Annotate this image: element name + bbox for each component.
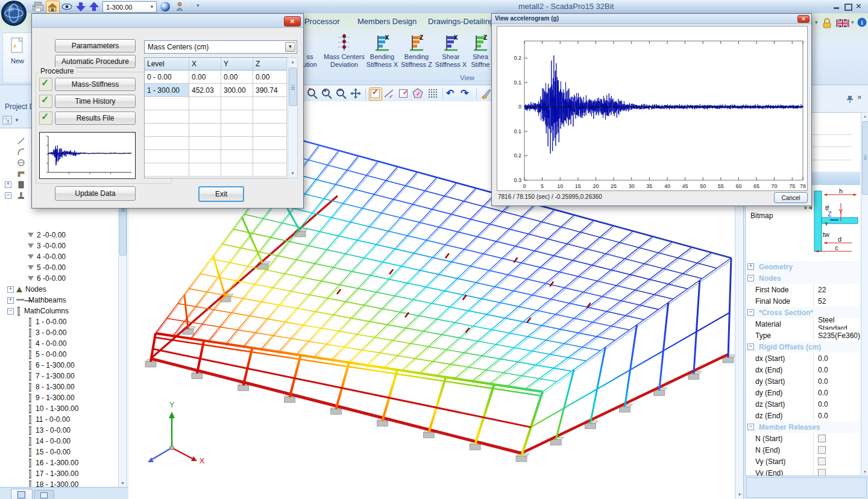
table-cell[interactable] xyxy=(253,150,287,163)
info-icon[interactable]: i xyxy=(857,17,867,29)
line-check-icon[interactable]: ✓ xyxy=(383,87,395,99)
tree-item[interactable]: 6 -0-0.00 xyxy=(0,273,127,284)
tree-item[interactable]: 11 - 0-0.00 xyxy=(0,414,127,425)
brush-icon[interactable] xyxy=(480,87,492,99)
tree-item[interactable]: 4 - 0-0.00 xyxy=(0,338,127,349)
restore-button[interactable] xyxy=(844,2,851,11)
tree-item[interactable]: −MathColumns xyxy=(0,306,127,316)
table-cell[interactable] xyxy=(145,110,189,124)
tree-item[interactable]: 2 -0-0.00 xyxy=(0,230,127,240)
user-figure-icon[interactable] xyxy=(175,2,184,11)
prop-row[interactable]: dx (Start)0.0 xyxy=(746,353,860,365)
ribbon-item-shear-stiffness-x[interactable]: XShearStiffness X xyxy=(433,33,468,74)
tree-item[interactable]: 17 - 1-300.00 xyxy=(0,468,127,479)
ribbon-item-bending-stiffness-z[interactable]: ZBendingStiffness Z xyxy=(399,33,434,74)
table-cell[interactable]: 0.00 xyxy=(189,71,221,84)
pan-icon[interactable] xyxy=(350,87,362,99)
tree-item[interactable]: 5 - 0-0.00 xyxy=(0,349,127,360)
exit-button[interactable]: Exit xyxy=(198,186,244,202)
table-cell[interactable]: 0.00 xyxy=(253,71,287,84)
select-check-icon[interactable]: ✓ xyxy=(369,87,382,101)
prop-row[interactable]: dz (Start)0.0 xyxy=(746,398,860,410)
tree-item[interactable]: 15 - 0-0.00 xyxy=(0,447,127,457)
tab-properties[interactable] xyxy=(34,490,54,499)
tree-item[interactable]: 3 -0-0.00 xyxy=(0,240,127,251)
qat-overflow-icon[interactable]: ▾ xyxy=(197,2,200,8)
tree-item[interactable]: 10 - 1-300.00 xyxy=(0,403,127,414)
ribbon-item-bending-stiffness-x[interactable]: XBendingStiffness X xyxy=(365,33,400,74)
table-cell[interactable] xyxy=(189,137,221,150)
accel-close-icon[interactable]: ✕ xyxy=(797,15,810,23)
dialog-titlebar[interactable] xyxy=(32,14,303,28)
tree-item[interactable]: 3 - 0-0.00 xyxy=(0,327,127,338)
table-cell[interactable] xyxy=(221,137,253,150)
release-checkbox[interactable] xyxy=(818,469,826,476)
render-sphere-icon[interactable] xyxy=(160,2,170,11)
prop-row[interactable]: dx (End)0.0 xyxy=(746,364,860,376)
table-cell[interactable] xyxy=(145,97,189,110)
undo-icon[interactable]: ↶ xyxy=(446,87,458,99)
table-cell[interactable] xyxy=(221,150,253,163)
table-cell[interactable] xyxy=(189,124,221,137)
tab-members-design[interactable]: Members Design xyxy=(357,17,417,26)
prop-group-geometry[interactable]: +Geometry xyxy=(746,261,860,273)
prop-row[interactable]: N (End) xyxy=(746,444,860,456)
table-cell[interactable] xyxy=(253,97,287,110)
release-checkbox[interactable] xyxy=(818,446,826,454)
table-sigma-icon[interactable]: Σ ▼ xyxy=(2,116,20,127)
zoom-extents-icon[interactable] xyxy=(306,87,318,99)
print-icon[interactable] xyxy=(33,1,43,12)
table-cell[interactable] xyxy=(221,124,253,137)
language-flag-icon[interactable] xyxy=(836,19,849,29)
chevron-down-icon[interactable]: ▾ xyxy=(815,19,818,25)
points-grid-icon[interactable] xyxy=(427,87,439,99)
result-type-combo[interactable]: Mass Centers (cm) ▼ xyxy=(144,40,297,54)
table-cell[interactable] xyxy=(253,163,287,177)
redo-icon[interactable]: ↷ xyxy=(461,87,473,99)
table-cell[interactable] xyxy=(221,97,253,110)
lock-icon[interactable] xyxy=(822,17,832,30)
prop-row[interactable]: dz (End)0.0 xyxy=(746,410,860,422)
minimize-button[interactable] xyxy=(833,2,840,11)
table-scrollbar[interactable]: ▲ ▼ xyxy=(288,57,298,178)
poly-check-icon[interactable]: ✓ xyxy=(412,87,424,99)
prop-row[interactable]: dy (Start)0.0 xyxy=(746,375,860,388)
prop-group-rigid-offsets-cm-[interactable]: −Rigid Offsets (cm) xyxy=(746,341,860,353)
close-button[interactable]: × xyxy=(856,2,864,11)
level-combo[interactable]: 1-300.00 ▼ xyxy=(102,1,157,13)
tree-item[interactable]: 7 - 1-300.00 xyxy=(0,371,127,381)
prop-group-member-releases[interactable]: −Member Releases xyxy=(746,421,860,433)
table-cell[interactable] xyxy=(189,110,221,124)
table-cell[interactable]: 0.00 xyxy=(221,71,253,84)
results-file-button[interactable]: Results File xyxy=(55,111,136,125)
release-checkbox[interactable] xyxy=(818,435,826,442)
automatic-procedure-button[interactable]: Automatic Procedure xyxy=(55,55,136,68)
table-cell[interactable]: 452.03 xyxy=(189,84,221,97)
time-history-button[interactable]: Time History xyxy=(55,95,136,108)
tree-item[interactable]: +Mathbeams xyxy=(0,295,127,306)
tree-item[interactable]: 9 - 1-300.00 xyxy=(0,392,127,403)
tree-item[interactable]: 4 -0-0.00 xyxy=(0,251,127,262)
app-menu-orb[interactable] xyxy=(1,0,27,27)
tree-item[interactable]: 1 - 0-0.00 xyxy=(0,316,127,327)
mass-stiffness-button[interactable]: Mass-Stiffness xyxy=(55,78,136,91)
chevron-down-icon[interactable]: ▾ xyxy=(851,19,854,25)
cancel-button[interactable]: Cancel xyxy=(774,192,808,203)
scroll-down-icon[interactable]: ▼ xyxy=(735,491,743,498)
prop-row[interactable]: N (Start) xyxy=(746,433,860,445)
ribbon-item-shear-stiffness-z[interactable]: ZSheaStiffne xyxy=(468,33,492,74)
prop-row[interactable]: dy (End)0.0 xyxy=(746,387,860,399)
level-down-icon[interactable] xyxy=(76,2,86,11)
ribbon-item-mass-centers-deviation[interactable]: Mass CentersDeviation xyxy=(324,33,365,74)
table-cell[interactable]: 1 - 300.00 xyxy=(145,84,189,97)
box-check-icon[interactable]: ✓ xyxy=(398,87,410,99)
table-cell[interactable] xyxy=(189,163,221,177)
table-cell[interactable]: 300.00 xyxy=(221,84,253,97)
home-view-icon[interactable] xyxy=(46,1,60,14)
prop-row[interactable]: Vy (End) xyxy=(746,467,860,476)
prop-row[interactable]: Final Node52 xyxy=(746,295,860,307)
dialog-close-icon[interactable]: ✕ xyxy=(284,16,301,27)
zoom-in-icon[interactable]: + xyxy=(321,87,333,99)
chevron-down-icon[interactable]: ▼ xyxy=(285,42,295,52)
table-cell[interactable] xyxy=(253,124,287,137)
